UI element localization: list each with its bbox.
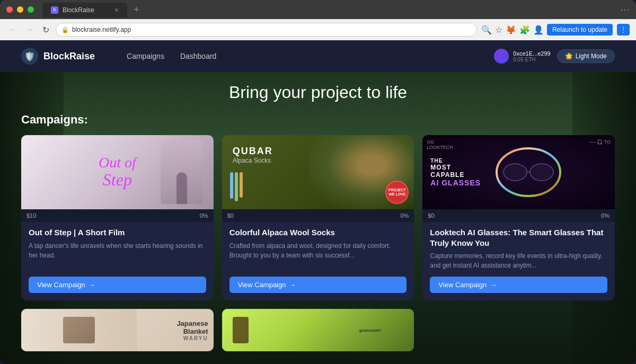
puzzle-icon[interactable]: 🧩	[519, 25, 530, 35]
sun-icon: 🌟	[565, 52, 573, 60]
thumbnail-japanese: Japanese Blanket WARYU	[21, 309, 214, 351]
nav-campaigns[interactable]: Campaigns	[127, 52, 164, 60]
page-title: Bring your project to life	[21, 83, 615, 102]
campaign-stats-2: $0 0%	[222, 209, 414, 222]
glasses-ring-svg	[489, 143, 568, 201]
profile-icon[interactable]: 👤	[533, 25, 544, 35]
campaign-card-out-of-step: Out of Step $10 0%	[21, 135, 214, 300]
wallet-eth: 0.05 ETH	[513, 57, 550, 63]
wallet-address: 0xce1E...e299	[513, 50, 550, 57]
view-campaign-button-1[interactable]: View Campaign →	[29, 277, 206, 293]
thumb-out-text: Out of	[99, 155, 136, 170]
campaign-stats-3: $0 0%	[422, 209, 615, 222]
jp-brand: WARYU	[176, 335, 208, 341]
thumb-badge: PROJECTWE LOVE	[388, 188, 406, 197]
back-button[interactable]: ←	[6, 23, 19, 37]
campaigns-grid: Out of Step $10 0%	[21, 135, 615, 300]
jp-title: Japanese	[176, 319, 208, 327]
campaign-card-green: grassnaatт	[222, 309, 414, 351]
view-campaign-label-2: View Campaign	[238, 281, 286, 289]
refresh-button[interactable]: ↻	[40, 23, 51, 37]
fox-icon[interactable]: 🦊	[506, 25, 516, 35]
url-text: blockraise.netlify.app	[72, 26, 131, 33]
campaign-body-1: Out of Step | A Short Film A tap dancer'…	[21, 222, 214, 300]
wallet-badge: 0xce1E...e299 0.05 ETH	[494, 49, 550, 64]
relaunch-button[interactable]: Relaunch to update	[547, 24, 613, 35]
campaign-amount-2: $0	[227, 212, 234, 219]
campaign-stats-1: $10 0%	[21, 209, 214, 222]
campaign-desc-3: Capture memories, record key life events…	[430, 251, 607, 270]
campaign-thumbnail-1: Out of Step	[21, 135, 214, 209]
thumb-the: THE	[430, 158, 481, 164]
thumb-ai-span: AI GLASSES	[430, 179, 481, 187]
bookmark-icon[interactable]: ☆	[495, 25, 502, 35]
active-tab[interactable]: B BlockRaise ×	[42, 3, 127, 17]
view-campaign-button-3[interactable]: View Campaign →	[430, 277, 607, 293]
green-product-text: grassnaatт	[359, 328, 382, 333]
brand-logo: 🛡️	[21, 48, 38, 65]
minimize-window-button[interactable]	[17, 6, 23, 13]
campaign-title-1: Out of Step | A Short Film	[29, 227, 206, 238]
new-tab-button[interactable]: +	[129, 2, 144, 17]
light-mode-button[interactable]: 🌟 Light Mode	[557, 49, 615, 63]
brand: 🛡️ BlockRaise	[21, 48, 95, 65]
window-minimize-icon: ⋯	[620, 4, 630, 15]
campaign-card-ai-glasses: OGLOOKTECH ── 🎧 TO	[422, 135, 615, 300]
thumb-ai-label: AI GLASSES	[430, 179, 481, 187]
campaign-desc-2: Crafted from alpaca and wool, designed f…	[229, 241, 407, 271]
campaign-percent-1: 0%	[200, 212, 208, 219]
thumb-logo: OGLOOKTECH	[427, 139, 453, 150]
address-bar[interactable]: 🔒 blockraise.netlify.app	[56, 23, 477, 37]
wallet-avatar	[494, 49, 509, 64]
campaign-card-alpaca: QUBAR Alpaca Socks PROJECTWE LOVE	[222, 135, 414, 300]
tab-title: BlockRaise	[63, 6, 94, 14]
campaign-body-2: Colorful Alpaca Wool Socks Crafted from …	[222, 222, 414, 300]
thumb-1-overlay: Out of Step	[99, 155, 136, 190]
campaign-percent-3: 0%	[601, 212, 610, 219]
brand-name: BlockRaise	[43, 51, 95, 62]
view-campaign-label-3: View Campaign	[438, 281, 487, 289]
thumb-sub: Alpaca Socks	[233, 157, 273, 164]
light-mode-label: Light Mode	[576, 52, 607, 60]
thumb-most: MOST	[430, 164, 481, 171]
thumbnail-image-3: OGLOOKTECH ── 🎧 TO	[422, 135, 615, 209]
toolbar-actions: 🔍 ☆ 🦊 🧩 👤 Relaunch to update ⋮	[481, 24, 630, 35]
thumb-ai-text: THE MOST CAPABLE AI GLASSES	[430, 158, 481, 187]
relaunch-more-button[interactable]: ⋮	[617, 24, 630, 35]
campaign-title-3: Looktech AI Glasses: The Smart Glasses T…	[430, 227, 607, 248]
browser-toolbar: ← → ↻ 🔒 blockraise.netlify.app 🔍 ☆ 🦊 🧩 👤…	[0, 19, 636, 40]
jp-blanket: Blanket	[176, 327, 208, 335]
svg-point-2	[530, 164, 553, 181]
thumbnail-image-1: Out of Step	[21, 135, 214, 209]
relaunch-label: Relaunch to update	[552, 26, 607, 33]
thumb-brand: QUBAR	[233, 146, 273, 157]
campaigns-label: Campaigns:	[21, 113, 615, 127]
nav-links: Campaigns Dashboard	[127, 52, 216, 60]
empty-cell	[422, 309, 615, 351]
thumb-qubar: QUBAR Alpaca Socks	[233, 146, 273, 164]
wallet-info: 0xce1E...e299 0.05 ETH	[513, 50, 550, 63]
close-window-button[interactable]	[6, 6, 13, 13]
tab-close-button[interactable]: ×	[114, 6, 119, 14]
main-content: Bring your project to life Campaigns: Ou…	[0, 72, 636, 364]
maximize-window-button[interactable]	[28, 6, 34, 13]
japanese-text: Japanese Blanket WARYU	[176, 319, 208, 341]
campaign-amount-3: $0	[428, 212, 434, 219]
nav-dashboard[interactable]: Dashboard	[180, 52, 217, 60]
tab-favicon: B	[51, 6, 58, 14]
search-icon[interactable]: 🔍	[481, 25, 492, 35]
thumb-capable: CAPABLE	[430, 171, 481, 179]
nav-right: 0xce1E...e299 0.05 ETH 🌟 Light Mode	[494, 49, 615, 64]
arrow-icon-1: →	[89, 281, 95, 289]
campaign-desc-1: A tap dancer's life unravels when she st…	[29, 241, 206, 271]
thumbnail-green: grassnaatт	[222, 309, 414, 351]
thumb-step-text: Step	[99, 170, 136, 190]
view-campaign-button-2[interactable]: View Campaign →	[229, 277, 407, 293]
campaign-title-2: Colorful Alpaca Wool Socks	[229, 227, 407, 238]
campaign-body-3: Looktech AI Glasses: The Smart Glasses T…	[422, 222, 615, 300]
campaigns-grid-row2: Japanese Blanket WARYU grassnaatт	[21, 309, 615, 351]
campaign-thumbnail-2: QUBAR Alpaca Socks PROJECTWE LOVE	[222, 135, 414, 209]
forward-button[interactable]: →	[23, 23, 36, 37]
titlebar: B BlockRaise × + ⋯	[0, 0, 636, 19]
campaign-thumbnail-3: OGLOOKTECH ── 🎧 TO	[422, 135, 615, 209]
